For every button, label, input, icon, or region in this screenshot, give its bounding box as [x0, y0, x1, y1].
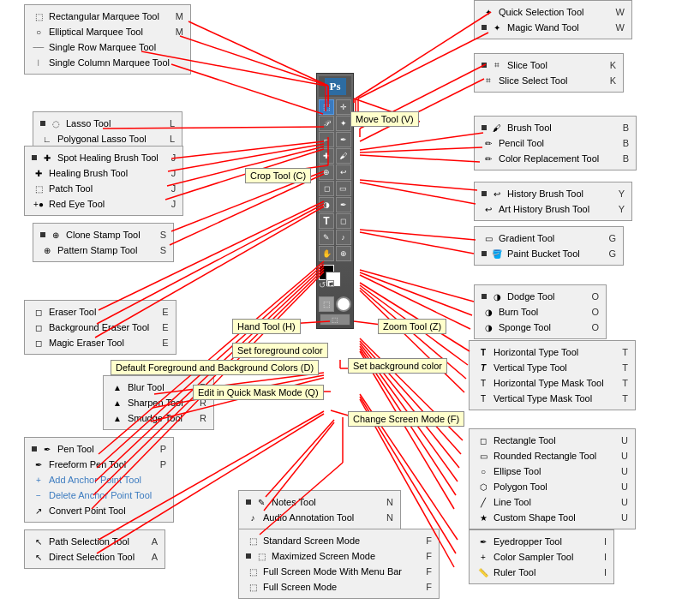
freeform-pen-item[interactable]: ✒ Freeform Pen Tool P — [32, 457, 166, 472]
eraser-tool-btn[interactable]: ◻ — [319, 181, 334, 196]
eraser-item[interactable]: ◻ Eraser Tool E — [32, 304, 169, 320]
eyedropper-item[interactable]: ✒ Eyedropper Tool I — [476, 534, 607, 549]
std-screen-item[interactable]: ⬚ Standard Screen Mode F — [246, 533, 432, 548]
clone-tool-btn[interactable]: ⊕ — [319, 164, 334, 180]
path-sel-icon: ↖ — [32, 535, 45, 548]
line-tool-item[interactable]: ╱ Line Tool U — [476, 494, 628, 510]
rounded-rect-item[interactable]: ▭ Rounded Rectangle Tool U — [476, 448, 628, 463]
rect-marquee-icon: ⬚ — [32, 9, 45, 23]
rect-marquee-item[interactable]: ⬚ Rectangular Marquee Tool M — [32, 9, 183, 24]
brush-tool-btn[interactable]: 🖌 — [336, 148, 351, 164]
bullet — [246, 553, 251, 559]
dodge-tool-btn[interactable]: ◑ — [319, 197, 334, 212]
color-replace-item[interactable]: ✏ Color Replacement Tool B — [482, 151, 629, 166]
vert-mask-type-item[interactable]: T Vertical Type Mask Tool T — [476, 391, 628, 406]
marquee-tool-btn[interactable]: ⬚ — [319, 99, 334, 115]
red-eye-item[interactable]: +● Red Eye Tool J — [32, 196, 176, 212]
ellipse-marquee-item[interactable]: ○ Elliptical Marquee Tool M — [32, 24, 183, 39]
notes-tool-btn[interactable]: ✎ — [319, 230, 334, 245]
spot-heal-icon: ✚ — [40, 151, 54, 164]
magic-wand-item[interactable]: ✦ Magic Wand Tool W — [482, 20, 625, 35]
art-hist-brush-item[interactable]: ↩ Art History Brush Tool Y — [482, 201, 625, 217]
pencil-item[interactable]: ✏ Pencil Tool B — [482, 135, 629, 151]
standard-mode-btn[interactable]: ⬚ — [319, 296, 334, 312]
annotation-btn[interactable]: ♪ — [336, 230, 351, 245]
patch-item[interactable]: ⬚ Patch Tool J — [32, 181, 176, 196]
notes-item[interactable]: ✎ Notes Tool N — [246, 494, 393, 510]
slice-item[interactable]: ⌗ Slice Tool K — [482, 57, 616, 73]
screen-mode-tooltip: Change Screen Mode (F) — [348, 411, 464, 427]
horiz-type-item[interactable]: T Horizontal Type Tool T — [476, 344, 628, 360]
screen-mode-btn[interactable]: ⬚ — [320, 314, 350, 326]
slice-panel: ⌗ Slice Tool K ⌗ Slice Select Tool K — [474, 53, 624, 93]
crop-tool-btn[interactable]: ⌐ — [319, 132, 334, 147]
eraser-panel: ◻ Eraser Tool E ◻ Background Eraser Tool… — [24, 300, 176, 355]
full-screen-item[interactable]: ⬚ Full Screen Mode F — [246, 579, 432, 595]
full-menu-screen-item[interactable]: ⬚ Full Screen Mode With Menu Bar F — [246, 564, 432, 579]
ruler-tool-item[interactable]: 📏 Ruler Tool I — [476, 565, 607, 580]
dodge-item[interactable]: ◑ Dodge Tool O — [482, 289, 599, 304]
spot-heal-item[interactable]: ✚ Spot Healing Brush Tool J — [32, 150, 176, 165]
single-row-marquee-item[interactable]: ─── Single Row Marquee Tool — [32, 39, 183, 55]
shape-tool-btn[interactable]: ◻ — [336, 213, 351, 229]
lasso-item[interactable]: ◌ Lasso Tool L — [40, 116, 175, 131]
zoom-tool-btn[interactable]: ⊕ — [336, 246, 351, 261]
path-sel-item[interactable]: ↖ Path Selection Tool A — [32, 534, 158, 549]
svg-line-26 — [360, 155, 480, 162]
convert-point-item[interactable]: ↗ Convert Point Tool — [32, 503, 166, 518]
bg-eraser-item[interactable]: ◻ Background Eraser Tool E — [32, 320, 169, 335]
svg-line-34 — [360, 230, 476, 240]
ellipse-shape-item[interactable]: ○ Ellipse Tool U — [476, 463, 628, 479]
heal-item[interactable]: ✚ Healing Brush Tool J — [32, 165, 176, 181]
bullet — [482, 25, 487, 30]
pattern-stamp-item[interactable]: ⊕ Pattern Stamp Tool S — [40, 242, 166, 258]
hist-brush-item[interactable]: ↩ History Brush Tool Y — [482, 186, 625, 201]
add-anchor-item[interactable]: + Add Anchor Point Tool — [32, 472, 166, 487]
gradient-tool-btn[interactable]: ▭ — [336, 181, 351, 196]
custom-shape-item[interactable]: ★ Custom Shape Tool U — [476, 510, 628, 525]
burn-item[interactable]: ◑ Burn Tool O — [482, 304, 599, 320]
gradient-item[interactable]: ▭ Gradient Tool G — [482, 230, 616, 246]
default-colors-icon[interactable]: ↺ — [319, 280, 326, 290]
line-tool-icon: ╱ — [476, 495, 490, 509]
single-col-marquee-item[interactable]: │ Single Column Marquee Tool — [32, 55, 183, 70]
magic-eraser-item[interactable]: ◻ Magic Eraser Tool E — [32, 335, 169, 350]
magic-wand-btn[interactable]: ✦ — [336, 116, 351, 131]
bullet — [32, 446, 37, 452]
heal-icon: ✚ — [32, 166, 45, 180]
direct-sel-item[interactable]: ↖ Direct Selection Tool A — [32, 549, 158, 565]
del-anchor-item[interactable]: − Delete Anchor Point Tool — [32, 487, 166, 503]
lasso-tool-btn[interactable]: 𝒫 — [319, 116, 334, 131]
pen-tool-btn[interactable]: ✒ — [336, 197, 351, 212]
poly-lasso-item[interactable]: ∟ Polygonal Lasso Tool L — [40, 131, 175, 147]
horiz-mask-type-item[interactable]: T Horizontal Type Mask Tool T — [476, 375, 628, 391]
ellipse-marquee-icon: ○ — [32, 25, 45, 39]
quick-sel-item[interactable]: ✦ Quick Selection Tool W — [482, 4, 625, 20]
paint-bucket-item[interactable]: 🪣 Paint Bucket Tool G — [482, 246, 616, 261]
quick-mask-btn[interactable] — [336, 296, 351, 312]
max-screen-item[interactable]: ⬚ Maximized Screen Mode F — [246, 548, 432, 564]
heal-tool-btn[interactable]: ✚ — [319, 148, 334, 164]
swap-colors-icon[interactable]: ⇄ — [327, 280, 334, 287]
magic-eraser-icon: ◻ — [32, 336, 45, 350]
hand-tool-btn[interactable]: ✋ — [319, 246, 334, 261]
eyedropper-tool-btn[interactable]: ✒ — [336, 132, 351, 147]
rect-shape-item[interactable]: ◻ Rectangle Tool U — [476, 433, 628, 448]
polygon-item[interactable]: ⬡ Polygon Tool U — [476, 479, 628, 494]
vert-type-item[interactable]: T Vertical Type Tool T — [476, 360, 628, 375]
history-brush-btn[interactable]: ↩ — [336, 164, 351, 180]
audio-item[interactable]: ♪ Audio Annotation Tool N — [246, 510, 393, 525]
type-tool-btn[interactable]: T — [319, 213, 334, 229]
clone-stamp-item[interactable]: ⊕ Clone Stamp Tool S — [40, 227, 166, 242]
brush-item[interactable]: 🖌 Brush Tool B — [482, 120, 629, 135]
sponge-item[interactable]: ◑ Sponge Tool O — [482, 320, 599, 335]
move-tool-btn[interactable]: ✛ — [336, 99, 351, 115]
polygon-icon: ⬡ — [476, 480, 490, 493]
color-sampler-item[interactable]: + Color Sampler Tool I — [476, 549, 607, 565]
bullet — [482, 294, 487, 299]
brush-icon: 🖌 — [490, 121, 504, 135]
smudge-item[interactable]: ▲ Smudge Tool R — [111, 410, 206, 426]
rounded-rect-icon: ▭ — [476, 449, 490, 463]
slice-select-item[interactable]: ⌗ Slice Select Tool K — [482, 73, 616, 88]
pen-item[interactable]: ✒ Pen Tool P — [32, 441, 166, 457]
